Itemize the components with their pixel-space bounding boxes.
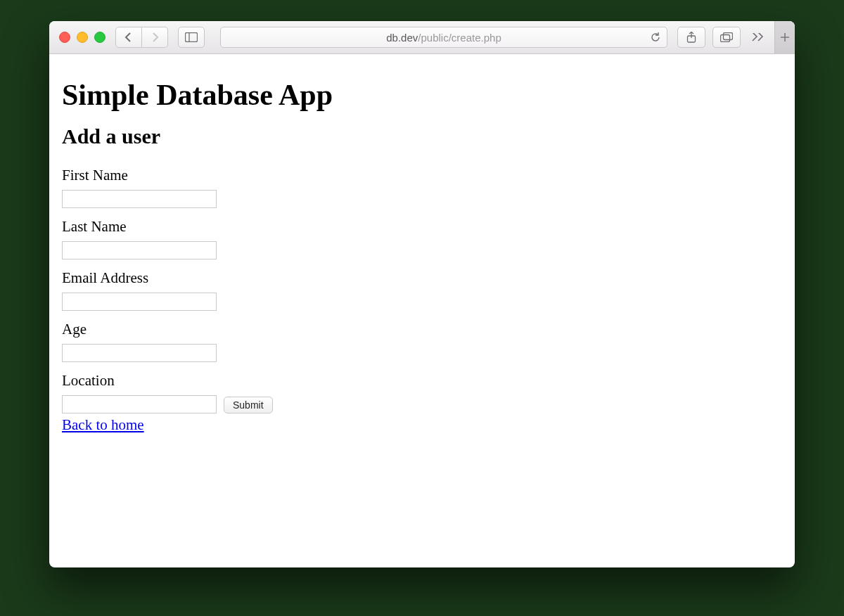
input-age[interactable] [62, 344, 217, 362]
browser-window: db.dev/public/create.php Simple Database… [49, 21, 795, 567]
back-button[interactable] [115, 27, 142, 48]
new-tab-button[interactable] [774, 21, 795, 53]
show-sidebar-button[interactable] [178, 27, 205, 48]
url-host: db.dev [386, 32, 418, 44]
url-path: /public/create.php [418, 32, 501, 44]
page-subtitle: Add a user [62, 124, 782, 148]
reload-button[interactable] [650, 32, 661, 43]
share-button[interactable] [677, 27, 705, 48]
more-button[interactable] [748, 33, 767, 41]
field-email: Email Address [62, 269, 782, 311]
field-location: Location Submit [62, 372, 782, 413]
address-url: db.dev/public/create.php [386, 32, 501, 44]
back-to-home-link[interactable]: Back to home [62, 416, 144, 434]
close-window-button[interactable] [59, 32, 70, 43]
svg-rect-4 [721, 35, 730, 42]
toolbar-right [677, 21, 788, 53]
label-age: Age [62, 321, 782, 338]
svg-rect-5 [724, 33, 733, 40]
page-content: Simple Database App Add a user First Nam… [49, 54, 795, 567]
field-age: Age [62, 321, 782, 362]
input-email[interactable] [62, 293, 217, 311]
page-title: Simple Database App [62, 78, 782, 112]
field-last-name: Last Name [62, 218, 782, 259]
field-first-name: First Name [62, 167, 782, 208]
label-first-name: First Name [62, 167, 782, 184]
label-email: Email Address [62, 269, 782, 287]
label-location: Location [62, 372, 782, 390]
address-bar[interactable]: db.dev/public/create.php [220, 27, 667, 48]
nav-buttons [115, 27, 168, 48]
titlebar: db.dev/public/create.php [49, 21, 795, 54]
maximize-window-button[interactable] [94, 32, 106, 43]
label-last-name: Last Name [62, 218, 782, 236]
input-first-name[interactable] [62, 190, 217, 208]
input-last-name[interactable] [62, 241, 217, 259]
show-tabs-button[interactable] [712, 27, 741, 48]
svg-rect-0 [186, 33, 198, 42]
window-controls [59, 32, 106, 43]
input-location[interactable] [62, 395, 217, 413]
minimize-window-button[interactable] [77, 32, 88, 43]
submit-button[interactable]: Submit [224, 397, 273, 413]
forward-button[interactable] [142, 27, 168, 48]
